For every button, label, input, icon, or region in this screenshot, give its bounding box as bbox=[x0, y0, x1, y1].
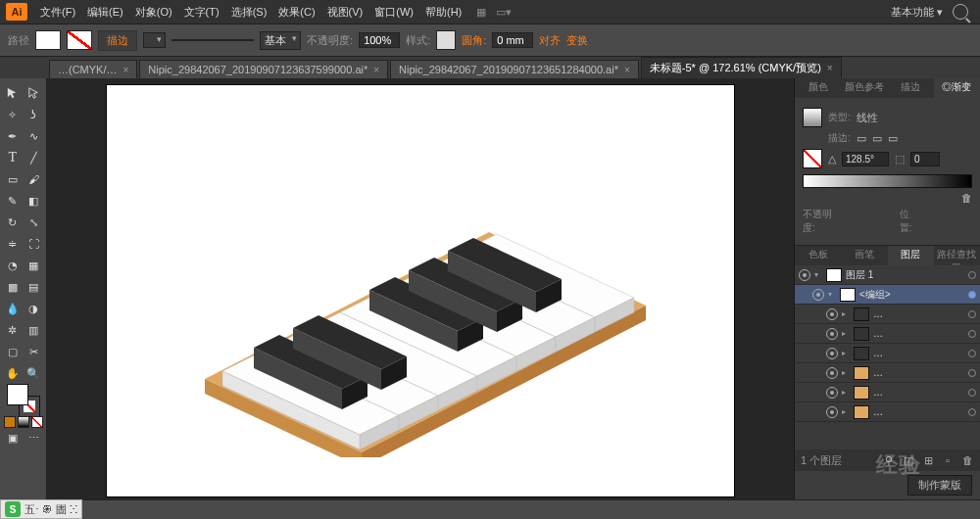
graph-tool[interactable]: ▥ bbox=[24, 319, 45, 341]
stroke-weight-select[interactable] bbox=[143, 32, 166, 48]
menu-view[interactable]: 视图(V) bbox=[322, 3, 368, 22]
new-sublayer-icon[interactable]: ⊞ bbox=[921, 453, 935, 467]
disclosure-icon[interactable]: ▸ bbox=[842, 388, 850, 397]
layer-row[interactable]: ▸… bbox=[795, 402, 980, 422]
doc-tab[interactable]: Nipic_29842067_20190907123651284000.ai*× bbox=[390, 60, 639, 78]
perspective-tool[interactable]: ▦ bbox=[24, 255, 45, 276]
gradient-tool[interactable]: ▤ bbox=[24, 276, 45, 298]
delete-stop-icon[interactable]: 🗑 bbox=[961, 192, 972, 204]
doc-tab-active[interactable]: 未标题-5* @ 172.61% (CMYK/预览)× bbox=[641, 57, 842, 78]
disclosure-icon[interactable]: ▾ bbox=[814, 270, 822, 279]
close-icon[interactable]: × bbox=[123, 65, 129, 75]
layer-row[interactable]: ▸… bbox=[795, 305, 980, 324]
target-icon[interactable] bbox=[968, 350, 976, 357]
stop-opacity-input[interactable] bbox=[848, 215, 894, 227]
target-icon[interactable] bbox=[968, 291, 976, 299]
layer-row[interactable]: ▸… bbox=[795, 324, 980, 344]
edit-toolbar[interactable]: ⋯ bbox=[24, 427, 45, 448]
width-tool[interactable]: ≑ bbox=[2, 233, 24, 255]
gradient-stroke-swatch[interactable] bbox=[803, 149, 822, 168]
disclosure-icon[interactable]: ▸ bbox=[842, 368, 850, 377]
layer-list[interactable]: ▾图层 1 ▾<编组> ▸… ▸… ▸… ▸… ▸… ▸… bbox=[795, 265, 980, 449]
scale-tool[interactable]: ⤡ bbox=[24, 212, 45, 233]
type-tool[interactable]: T bbox=[2, 147, 24, 168]
menu-edit[interactable]: 编辑(E) bbox=[82, 3, 128, 22]
artboard-tool[interactable]: ▢ bbox=[2, 341, 24, 362]
rectangle-tool[interactable]: ▭ bbox=[2, 168, 24, 190]
rotate-tool[interactable]: ↻ bbox=[2, 212, 24, 233]
gradient-ratio-input[interactable] bbox=[910, 152, 940, 166]
make-mask-button[interactable]: 制作蒙版 bbox=[907, 475, 972, 495]
arrange-icon[interactable]: ▭▾ bbox=[496, 6, 512, 19]
visibility-icon[interactable] bbox=[799, 269, 810, 281]
delete-layer-icon[interactable]: 🗑 bbox=[960, 453, 974, 467]
menu-type[interactable]: 文字(T) bbox=[179, 3, 224, 22]
gradient-angle-input[interactable] bbox=[842, 152, 889, 166]
clipmask-icon[interactable]: ◫ bbox=[902, 453, 915, 467]
slice-tool[interactable]: ✂ bbox=[24, 341, 45, 362]
tab-stroke[interactable]: 描边 bbox=[888, 78, 934, 98]
transform-link[interactable]: 变换 bbox=[566, 33, 588, 48]
doc-tab[interactable]: Nipic_29842067_20190907123637599000.ai*× bbox=[139, 60, 388, 78]
disclosure-icon[interactable]: ▸ bbox=[842, 349, 850, 357]
tab-brushes[interactable]: 画笔 bbox=[841, 246, 887, 265]
menu-effect[interactable]: 效果(C) bbox=[273, 3, 319, 22]
target-icon[interactable] bbox=[968, 369, 976, 377]
eyedropper-tool[interactable]: 💧 bbox=[2, 298, 24, 319]
disclosure-icon[interactable]: ▾ bbox=[828, 290, 836, 299]
ime-bar[interactable]: S 五⋅ ֍ 圕 ⵘ bbox=[0, 499, 82, 519]
target-icon[interactable] bbox=[968, 408, 976, 416]
stroke-gradient-icon[interactable]: ▭ bbox=[857, 132, 866, 145]
eraser-tool[interactable]: ◧ bbox=[24, 190, 45, 212]
tab-color[interactable]: 颜色 bbox=[795, 78, 841, 98]
gradient-type-select[interactable]: 线性 bbox=[857, 111, 972, 125]
disclosure-icon[interactable]: ▸ bbox=[842, 407, 850, 416]
doc-tab[interactable]: …(CMYK/…× bbox=[49, 60, 137, 78]
tab-pathfinder[interactable]: 路径查找器 bbox=[934, 246, 980, 265]
shape-builder-tool[interactable]: ◔ bbox=[2, 255, 24, 276]
curvature-tool[interactable]: ∿ bbox=[24, 125, 45, 147]
visibility-icon[interactable] bbox=[826, 308, 838, 320]
symbol-sprayer-tool[interactable]: ✲ bbox=[2, 319, 24, 341]
artboard[interactable] bbox=[107, 85, 734, 496]
visibility-icon[interactable] bbox=[826, 367, 838, 379]
visibility-icon[interactable] bbox=[826, 328, 838, 340]
tab-gradient[interactable]: ◎渐变 bbox=[934, 78, 980, 98]
line-tool[interactable]: ╱ bbox=[24, 147, 45, 168]
canvas-area[interactable] bbox=[47, 78, 794, 499]
menu-object[interactable]: 对象(O) bbox=[130, 3, 177, 22]
stroke-gradient-icon[interactable]: ▭ bbox=[888, 132, 898, 145]
menu-window[interactable]: 窗口(W) bbox=[369, 3, 418, 22]
stop-position-input[interactable] bbox=[926, 215, 972, 227]
search-icon[interactable] bbox=[953, 4, 968, 20]
visibility-icon[interactable] bbox=[826, 387, 838, 399]
align-link[interactable]: 对齐 bbox=[539, 33, 561, 48]
new-layer-icon[interactable]: ▫ bbox=[941, 453, 955, 467]
shaper-tool[interactable]: ✎ bbox=[2, 190, 24, 212]
tab-swatches[interactable]: 色板 bbox=[795, 246, 841, 265]
close-icon[interactable]: × bbox=[827, 63, 833, 73]
stroke-link[interactable]: 描边 bbox=[98, 30, 137, 51]
stroke-swatch[interactable] bbox=[67, 30, 92, 50]
close-icon[interactable]: × bbox=[624, 65, 630, 75]
stroke-gradient-icon[interactable]: ▭ bbox=[872, 132, 882, 145]
target-icon[interactable] bbox=[968, 389, 976, 397]
target-icon[interactable] bbox=[968, 330, 976, 338]
disclosure-icon[interactable]: ▸ bbox=[842, 309, 850, 318]
visibility-icon[interactable] bbox=[826, 348, 838, 359]
layer-row[interactable]: ▾图层 1 bbox=[795, 265, 980, 285]
paintbrush-tool[interactable]: 🖌 bbox=[24, 168, 45, 190]
visibility-icon[interactable] bbox=[812, 289, 824, 301]
opacity-input[interactable]: 100% bbox=[359, 32, 400, 48]
corner-input[interactable]: 0 mm bbox=[492, 32, 533, 48]
target-icon[interactable] bbox=[968, 271, 976, 279]
bridge-icon[interactable]: ▦ bbox=[476, 6, 486, 19]
layer-row[interactable]: ▸… bbox=[795, 363, 980, 383]
pen-tool[interactable]: ✒ bbox=[2, 125, 24, 147]
menu-file[interactable]: 文件(F) bbox=[35, 3, 80, 22]
gradient-preview-swatch[interactable] bbox=[803, 108, 822, 127]
locate-icon[interactable]: ⚲ bbox=[882, 453, 896, 467]
zoom-tool[interactable]: 🔍 bbox=[24, 362, 45, 384]
tab-color-guide[interactable]: 颜色参考 bbox=[841, 78, 887, 98]
tab-layers[interactable]: 图层 bbox=[888, 246, 934, 265]
